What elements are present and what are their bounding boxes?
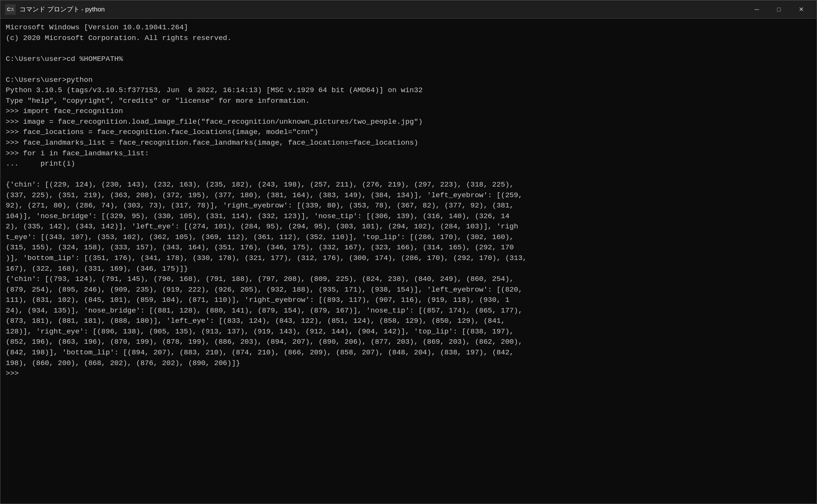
console-line: (c) 2020 Microsoft Corporation. All righ… [6,33,811,44]
console-line: (852, 196), (863, 196), (870, 199), (878… [6,337,811,348]
titlebar: C:\ コマンド プロンプト - python ─ □ ✕ [0,0,817,19]
console-line: (873, 181), (881, 181), (888, 180)], 'le… [6,316,811,327]
console-line: >>> face_landmarks_list = face_recogniti… [6,138,811,148]
console-line: 104)], 'nose_bridge': [(329, 95), (330, … [6,211,811,222]
window-icon: C:\ [5,4,16,15]
console-line: 111), (831, 102), (845, 101), (859, 104)… [6,295,811,306]
console-output[interactable]: Microsoft Windows [Version 10.0.19041.26… [0,19,817,504]
console-line: t_eye': [(343, 107), (353, 102), (362, 1… [6,232,811,243]
console-line: >>> face_locations = face_recognition.fa… [6,127,811,138]
console-line: 128)], 'right_eye': [(896, 138), (905, 1… [6,327,811,337]
console-line: >>> for i in face_landmarks_list: [6,148,811,159]
maximize-button[interactable]: □ [768,0,790,19]
console-line: {'chin': [(793, 124), (791, 145), (790, … [6,274,811,285]
cmd-window: C:\ コマンド プロンプト - python ─ □ ✕ Microsoft … [0,0,817,504]
window-title: コマンド プロンプト - python [19,5,746,14]
console-line: >>> [6,368,811,379]
console-line: Type "help", "copyright", "credits" or "… [6,96,811,107]
console-line: 24), (934, 135)], 'nose_bridge': [(881, … [6,306,811,316]
console-line: 92), (271, 80), (286, 74), (303, 73), (3… [6,201,811,211]
console-line: (337, 225), (351, 219), (363, 208), (372… [6,190,811,201]
console-line: (842, 198)], 'bottom_lip': [(894, 207), … [6,348,811,358]
console-line: >>> image = face_recognition.load_image_… [6,117,811,128]
console-line: C:\Users\user>cd %HOMEPATH% [6,54,811,65]
minimize-button[interactable]: ─ [746,0,768,19]
console-line: (879, 254), (895, 246), (909, 235), (919… [6,285,811,295]
console-line: )], 'bottom_lip': [(351, 176), (341, 178… [6,253,811,264]
console-line: 167), (322, 168), (331, 169), (346, 175)… [6,264,811,274]
console-line: Microsoft Windows [Version 10.0.19041.26… [6,22,811,33]
console-line: {'chin': [(229, 124), (230, 143), (232, … [6,180,811,190]
close-button[interactable]: ✕ [790,0,812,19]
console-line: >>> import face_recognition [6,106,811,117]
console-line: 198), (860, 200), (868, 202), (876, 202)… [6,358,811,369]
console-line: (315, 155), (324, 158), (333, 157), (343… [6,242,811,253]
console-line: C:\Users\user>python [6,75,811,86]
console-line: ... print(i) [6,159,811,169]
console-line: Python 3.10.5 (tags/v3.10.5:f377153, Jun… [6,85,811,96]
window-controls: ─ □ ✕ [746,0,812,19]
console-line: 2), (335, 142), (343, 142)], 'left_eye':… [6,222,811,232]
